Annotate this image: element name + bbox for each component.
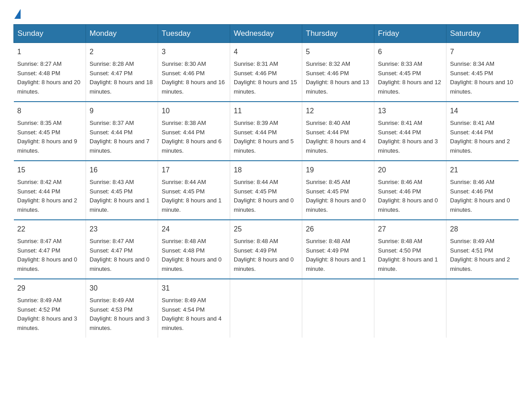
day-cell: 4Sunrise: 8:31 AMSunset: 4:46 PMDaylight…: [230, 43, 302, 102]
day-number: 11: [234, 106, 298, 117]
day-info: Sunrise: 8:38 AMSunset: 4:44 PMDaylight:…: [162, 119, 226, 156]
day-cell: 18Sunrise: 8:44 AMSunset: 4:45 PMDayligh…: [230, 161, 302, 220]
day-info: Sunrise: 8:47 AMSunset: 4:47 PMDaylight:…: [90, 237, 154, 274]
day-number: 21: [450, 165, 515, 176]
day-cell: 31Sunrise: 8:49 AMSunset: 4:54 PMDayligh…: [158, 279, 230, 338]
day-number: 15: [17, 165, 82, 176]
week-row-1: 1Sunrise: 8:27 AMSunset: 4:48 PMDaylight…: [14, 43, 519, 102]
day-info: Sunrise: 8:48 AMSunset: 4:49 PMDaylight:…: [234, 237, 298, 274]
day-cell: 15Sunrise: 8:42 AMSunset: 4:44 PMDayligh…: [14, 161, 86, 220]
day-cell: 10Sunrise: 8:38 AMSunset: 4:44 PMDayligh…: [158, 102, 230, 161]
logo: [13, 9, 21, 20]
day-number: 18: [234, 165, 298, 176]
day-cell: 29Sunrise: 8:49 AMSunset: 4:52 PMDayligh…: [14, 279, 86, 338]
day-number: 3: [162, 47, 226, 58]
day-info: Sunrise: 8:35 AMSunset: 4:45 PMDaylight:…: [17, 119, 82, 156]
header-cell-monday: Monday: [86, 25, 158, 43]
day-cell: 5Sunrise: 8:32 AMSunset: 4:46 PMDaylight…: [302, 43, 374, 102]
day-info: Sunrise: 8:40 AMSunset: 4:44 PMDaylight:…: [306, 119, 370, 156]
day-cell: [446, 279, 519, 338]
day-cell: 22Sunrise: 8:47 AMSunset: 4:47 PMDayligh…: [14, 220, 86, 279]
logo-triangle-icon: [14, 9, 21, 19]
day-cell: 19Sunrise: 8:45 AMSunset: 4:45 PMDayligh…: [302, 161, 374, 220]
page-header: [13, 9, 519, 20]
day-cell: 30Sunrise: 8:49 AMSunset: 4:53 PMDayligh…: [86, 279, 158, 338]
day-number: 1: [17, 47, 82, 58]
day-cell: 6Sunrise: 8:33 AMSunset: 4:45 PMDaylight…: [374, 43, 446, 102]
day-number: 30: [90, 283, 154, 294]
header-cell-tuesday: Tuesday: [158, 25, 230, 43]
day-cell: [302, 279, 374, 338]
day-cell: 7Sunrise: 8:34 AMSunset: 4:45 PMDaylight…: [446, 43, 519, 102]
header-row: SundayMondayTuesdayWednesdayThursdayFrid…: [14, 25, 519, 43]
day-cell: 16Sunrise: 8:43 AMSunset: 4:45 PMDayligh…: [86, 161, 158, 220]
day-number: 20: [378, 165, 442, 176]
day-info: Sunrise: 8:34 AMSunset: 4:45 PMDaylight:…: [450, 60, 515, 97]
day-cell: 11Sunrise: 8:39 AMSunset: 4:44 PMDayligh…: [230, 102, 302, 161]
day-info: Sunrise: 8:48 AMSunset: 4:50 PMDaylight:…: [378, 237, 442, 274]
header-cell-wednesday: Wednesday: [230, 25, 302, 43]
day-number: 23: [90, 224, 154, 235]
day-cell: 9Sunrise: 8:37 AMSunset: 4:44 PMDaylight…: [86, 102, 158, 161]
day-info: Sunrise: 8:39 AMSunset: 4:44 PMDaylight:…: [234, 119, 298, 156]
calendar-body: 1Sunrise: 8:27 AMSunset: 4:48 PMDaylight…: [14, 43, 519, 338]
day-info: Sunrise: 8:33 AMSunset: 4:45 PMDaylight:…: [378, 60, 442, 97]
day-info: Sunrise: 8:37 AMSunset: 4:44 PMDaylight:…: [90, 119, 154, 156]
day-number: 25: [234, 224, 298, 235]
day-cell: [374, 279, 446, 338]
day-cell: 28Sunrise: 8:49 AMSunset: 4:51 PMDayligh…: [446, 220, 519, 279]
day-info: Sunrise: 8:49 AMSunset: 4:52 PMDaylight:…: [17, 296, 82, 333]
day-info: Sunrise: 8:46 AMSunset: 4:46 PMDaylight:…: [450, 178, 515, 215]
day-info: Sunrise: 8:27 AMSunset: 4:48 PMDaylight:…: [17, 60, 82, 97]
header-cell-friday: Friday: [374, 25, 446, 43]
week-row-4: 22Sunrise: 8:47 AMSunset: 4:47 PMDayligh…: [14, 220, 519, 279]
day-number: 14: [450, 106, 515, 117]
day-number: 27: [378, 224, 442, 235]
day-number: 4: [234, 47, 298, 58]
day-number: 7: [450, 47, 515, 58]
day-cell: 23Sunrise: 8:47 AMSunset: 4:47 PMDayligh…: [86, 220, 158, 279]
day-info: Sunrise: 8:28 AMSunset: 4:47 PMDaylight:…: [90, 60, 154, 97]
day-info: Sunrise: 8:44 AMSunset: 4:45 PMDaylight:…: [162, 178, 226, 215]
day-cell: 27Sunrise: 8:48 AMSunset: 4:50 PMDayligh…: [374, 220, 446, 279]
day-info: Sunrise: 8:45 AMSunset: 4:45 PMDaylight:…: [306, 178, 370, 215]
day-cell: [230, 279, 302, 338]
week-row-3: 15Sunrise: 8:42 AMSunset: 4:44 PMDayligh…: [14, 161, 519, 220]
day-number: 31: [162, 283, 226, 294]
day-cell: 1Sunrise: 8:27 AMSunset: 4:48 PMDaylight…: [14, 43, 86, 102]
calendar-table: SundayMondayTuesdayWednesdayThursdayFrid…: [13, 24, 519, 338]
day-number: 13: [378, 106, 442, 117]
day-number: 16: [90, 165, 154, 176]
day-info: Sunrise: 8:48 AMSunset: 4:48 PMDaylight:…: [162, 237, 226, 274]
day-number: 24: [162, 224, 226, 235]
day-number: 28: [450, 224, 515, 235]
day-info: Sunrise: 8:46 AMSunset: 4:46 PMDaylight:…: [378, 178, 442, 215]
header-cell-thursday: Thursday: [302, 25, 374, 43]
week-row-2: 8Sunrise: 8:35 AMSunset: 4:45 PMDaylight…: [14, 102, 519, 161]
header-cell-saturday: Saturday: [446, 25, 519, 43]
day-number: 6: [378, 47, 442, 58]
calendar-header: SundayMondayTuesdayWednesdayThursdayFrid…: [14, 25, 519, 43]
day-info: Sunrise: 8:41 AMSunset: 4:44 PMDaylight:…: [450, 119, 515, 156]
day-cell: 12Sunrise: 8:40 AMSunset: 4:44 PMDayligh…: [302, 102, 374, 161]
day-number: 22: [17, 224, 82, 235]
day-cell: 3Sunrise: 8:30 AMSunset: 4:46 PMDaylight…: [158, 43, 230, 102]
day-info: Sunrise: 8:30 AMSunset: 4:46 PMDaylight:…: [162, 60, 226, 97]
day-number: 12: [306, 106, 370, 117]
day-number: 17: [162, 165, 226, 176]
day-info: Sunrise: 8:48 AMSunset: 4:49 PMDaylight:…: [306, 237, 370, 274]
header-cell-sunday: Sunday: [14, 25, 86, 43]
day-number: 19: [306, 165, 370, 176]
day-info: Sunrise: 8:49 AMSunset: 4:54 PMDaylight:…: [162, 296, 226, 333]
day-info: Sunrise: 8:31 AMSunset: 4:46 PMDaylight:…: [234, 60, 298, 97]
day-cell: 8Sunrise: 8:35 AMSunset: 4:45 PMDaylight…: [14, 102, 86, 161]
day-cell: 13Sunrise: 8:41 AMSunset: 4:44 PMDayligh…: [374, 102, 446, 161]
day-info: Sunrise: 8:44 AMSunset: 4:45 PMDaylight:…: [234, 178, 298, 215]
week-row-5: 29Sunrise: 8:49 AMSunset: 4:52 PMDayligh…: [14, 279, 519, 338]
day-cell: 25Sunrise: 8:48 AMSunset: 4:49 PMDayligh…: [230, 220, 302, 279]
day-number: 10: [162, 106, 226, 117]
day-cell: 21Sunrise: 8:46 AMSunset: 4:46 PMDayligh…: [446, 161, 519, 220]
day-cell: 2Sunrise: 8:28 AMSunset: 4:47 PMDaylight…: [86, 43, 158, 102]
day-info: Sunrise: 8:47 AMSunset: 4:47 PMDaylight:…: [17, 237, 82, 274]
day-info: Sunrise: 8:49 AMSunset: 4:51 PMDaylight:…: [450, 237, 515, 274]
